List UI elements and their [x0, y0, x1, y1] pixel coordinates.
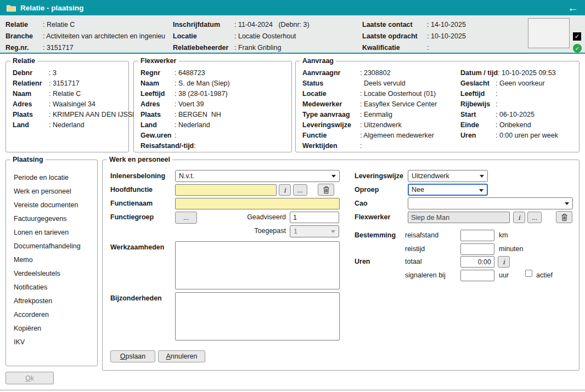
ok-button[interactable]: Ok [5, 372, 54, 384]
header-row: Laatste opdracht: 10-10-2025 [362, 31, 466, 42]
bestemming-label: Bestemming [355, 231, 396, 240]
menu-item-werk-en-personeel[interactable]: Werk en personeel [14, 185, 97, 198]
actief-checkbox[interactable] [525, 270, 532, 277]
flexwerker-legend: Flexwerker [138, 57, 178, 65]
field-label: Reg.nr. [5, 42, 43, 54]
menu-item-lonen-en-tarieven[interactable]: Lonen en tarieven [14, 226, 97, 240]
reistijd-input[interactable] [460, 243, 494, 255]
field-label: Land [13, 120, 49, 130]
menu-item-notificaties[interactable]: Notificaties [14, 281, 97, 294]
field-value: : Relatie C [43, 19, 75, 31]
functiegroep-browse-button[interactable]: ... [175, 212, 197, 224]
field-label: Naam [140, 78, 175, 89]
row-gew-uren: Gew.uren: [140, 130, 291, 141]
flexwerker-info-button[interactable]: i [513, 212, 525, 223]
menu-item-documentafhandeling[interactable]: Documentafhandeling [14, 240, 97, 253]
leveringswijze-value: Uitzendwerk [412, 172, 449, 180]
plaatsing-menu: Periode en locatie Werk en personeel Ver… [6, 160, 97, 349]
uren-info-button[interactable]: i [498, 256, 510, 268]
field-label: Leveringswijze [302, 120, 360, 130]
field-value: : Relatie C [49, 89, 81, 99]
field-value: : 3151717 [43, 42, 74, 54]
row-geslacht: Geslacht: Geen voorkeur [460, 78, 558, 89]
menu-item-periode-en-locatie[interactable]: Periode en locatie [14, 171, 97, 185]
cao-label: Cao [355, 200, 368, 208]
field-value: : BERGEN NH [175, 110, 221, 120]
flexwerker-delete-button[interactable] [556, 211, 572, 223]
flexwerker-panel: Flexwerker Regnr: 6488723 Naam: S. de Ma… [133, 61, 292, 152]
reisafstand-input[interactable] [460, 230, 494, 241]
plaatsing-panel: Plaatsing Periode en locatie Werk en per… [5, 160, 98, 366]
row-einde: Einde: Onbekend [460, 120, 558, 130]
flag-checkbox[interactable]: ✓ [573, 32, 581, 41]
signaleren-bij-input[interactable] [460, 270, 494, 281]
oproep-value: Nee [412, 186, 424, 194]
window-title: Relatie - plaatsing [20, 4, 84, 12]
hoofdfunctie-info-button[interactable]: i [279, 184, 291, 196]
hoofdfunctie-delete-button[interactable] [318, 184, 334, 196]
back-icon[interactable]: ← [567, 2, 578, 13]
menu-item-verdeelsleutels[interactable]: Verdeelsleutels [14, 267, 97, 281]
cao-select[interactable] [408, 197, 573, 209]
menu-item-factuurgegevens[interactable]: Factuurgegevens [14, 212, 97, 226]
menu-item-kopieren[interactable]: Kopiëren [14, 322, 97, 336]
header-row: Reg.nr.: 3151717 [5, 42, 165, 54]
chevron-down-icon [331, 230, 335, 233]
field-label: Leeftijd [460, 89, 496, 99]
menu-item-aftrekposten[interactable]: Aftrekposten [14, 294, 97, 308]
hoofdfunctie-label: Hoofdfunctie [110, 186, 153, 194]
menu-item-memo[interactable]: Memo [14, 253, 97, 267]
oproep-select[interactable]: Nee [408, 184, 488, 196]
annuleren-button[interactable]: Annuleren [158, 350, 205, 362]
menu-item-accorderen[interactable]: Accorderen [14, 308, 97, 322]
inlenersbeloning-select[interactable]: N.v.t. [175, 170, 340, 182]
row-plaats: Plaats: BERGEN NH [140, 110, 291, 120]
field-value: Deels vervuld [360, 78, 406, 89]
header-col-contact: Laatste contact: 14-10-2025 Laatste opdr… [362, 19, 466, 54]
field-value: : 10-10-2025 [427, 31, 466, 42]
menu-item-vereiste-documenten[interactable]: Vereiste documenten [14, 198, 97, 212]
werk-en-personeel-legend: Werk en personeel [107, 156, 172, 164]
header-col-relatie: Relatie: Relatie C Branche: Activiteiten… [5, 19, 165, 54]
field-label: Start [460, 110, 496, 120]
field-label: Naam [13, 89, 49, 99]
bijzonderheden-textarea[interactable] [175, 292, 340, 340]
field-value: : Activiteiten van architecten en ingeni… [43, 31, 165, 42]
field-value: : Frank Gribling [234, 42, 281, 54]
relatie-panel: Relatie Debnr: 3 Relatienr: 3151717 Naam… [5, 61, 129, 152]
field-value: : Nederland [49, 120, 85, 130]
field-label: Aanvraagnr [302, 68, 360, 78]
functienaam-input[interactable] [175, 198, 340, 209]
hoofdfunctie-browse-button[interactable]: ... [293, 184, 307, 196]
field-value: : S. de Man (Siep) [175, 78, 230, 89]
totaal-input[interactable] [460, 256, 494, 268]
field-value: : Locatie Oosterhout [234, 31, 296, 42]
werkzaamheden-textarea[interactable] [175, 241, 340, 289]
flexwerker-browse-button[interactable]: ... [527, 212, 542, 223]
aanvraag-legend: Aanvraag [300, 57, 336, 65]
opslaan-button[interactable]: Opslaan [110, 350, 155, 362]
field-value: : [194, 141, 195, 151]
oproep-label: Oproep [355, 186, 379, 194]
geadviseerd-input[interactable] [290, 212, 339, 223]
menu-item-ikv[interactable]: IKV [14, 336, 97, 349]
trash-icon [561, 214, 567, 221]
field-label: Relatie [5, 19, 43, 31]
leveringswijze-label: Leveringswijze [355, 172, 403, 180]
reistijd-label: reistijd [405, 245, 425, 253]
row-rijbewijs: Rijbewijs: [460, 99, 558, 110]
row-leeftijd: Leeftijd: 38 (28-01-1987) [140, 89, 291, 99]
aanvraag-right: Datum / tijd: 10-10-2025 09:53 Geslacht:… [460, 68, 558, 141]
field-value: : Voert 39 [175, 99, 204, 110]
minuten-label: minuten [499, 245, 523, 253]
annuleren-label: Annuleren [166, 353, 198, 360]
leveringswijze-select[interactable]: Uitzendwerk [408, 170, 488, 182]
row-adres: Adres: Waalsingel 34 [13, 99, 128, 110]
field-label: Debnr [13, 68, 49, 78]
field-label: Adres [13, 99, 49, 110]
row-regnr: Regnr: 6488723 [140, 68, 291, 78]
field-label: Geslacht [460, 78, 496, 89]
field-value: : [427, 42, 429, 54]
hoofdfunctie-input[interactable] [175, 184, 277, 196]
field-label: Plaats [140, 110, 175, 120]
